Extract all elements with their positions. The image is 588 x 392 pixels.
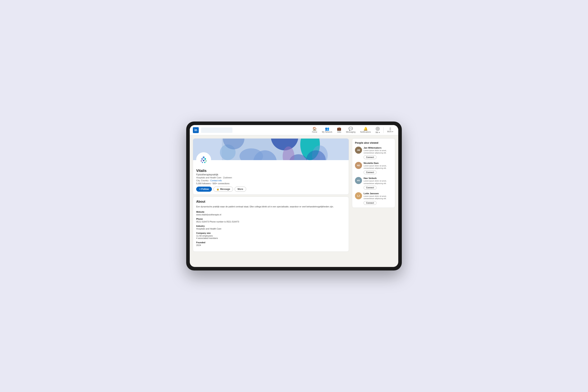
- about-website: Website www.vitalisfysiotherapie.nl: [196, 211, 346, 216]
- svg-point-13: [204, 158, 206, 160]
- profile-location: Hospitals and Health Care · Zuidveen: [196, 176, 346, 179]
- about-founded: Founded 2024: [196, 241, 346, 246]
- jobs-icon: 💼: [337, 127, 341, 130]
- nav-messaging-label: Messaging: [346, 131, 355, 133]
- about-phone-value: 0521-516473 Phone number is 0521-516473: [196, 220, 346, 223]
- profile-city-country: City, Country · Contact info: [196, 179, 346, 182]
- vitalis-logo-svg: [198, 155, 209, 165]
- tablet-screen: in 🏠 Home 👥 My Network 💼 Jobs 💬: [190, 125, 398, 267]
- about-company-size: Company size 11-50 employees 4 associate…: [196, 232, 346, 239]
- svg-point-17: [202, 162, 203, 163]
- nav-work[interactable]: ⣿ Work ▾: [385, 125, 395, 135]
- nav-notifications[interactable]: 🔔 Notifications: [358, 125, 373, 135]
- about-description: Een dynamische praktijk waar de patiënt …: [196, 205, 346, 208]
- svg-point-18: [204, 162, 206, 163]
- tablet-frame: in 🏠 Home 👥 My Network 💼 Jobs 💬: [186, 122, 402, 270]
- more-button[interactable]: More: [234, 186, 246, 192]
- connect-button[interactable]: Connect: [364, 186, 376, 190]
- profile-subtitle: Fyisiotherapiepraktijk: [196, 173, 346, 176]
- profile-info: Vitalis Fyisiotherapiepraktijk Hospitals…: [193, 169, 349, 194]
- notifications-icon: 🔔: [364, 127, 368, 130]
- person-info: Lotte Janssen Lorem ipsum dolor sit amet…: [364, 192, 392, 205]
- about-founded-value: 2024: [196, 244, 346, 246]
- person-name: Lotte Janssen: [364, 192, 392, 195]
- avatar: [376, 126, 380, 131]
- nav-items: 🏠 Home 👥 My Network 💼 Jobs 💬 Messaging 🔔: [310, 125, 395, 135]
- list-item: LJ Lotte Janssen Lorem ipsum dolor sit a…: [355, 192, 392, 205]
- main-content: Vitalis Fyisiotherapiepraktijk Hospitals…: [190, 135, 398, 267]
- person-description: Lorem ipsum dolor sit amet, consectetuer…: [364, 165, 392, 170]
- about-industry: Industry Hospitals and Health Care: [196, 225, 346, 230]
- list-item: HV Han Verkerk Lorem ipsum dolor sit ame…: [355, 177, 392, 190]
- about-associated-members: 4 associated members: [196, 237, 346, 239]
- about-title: About: [196, 200, 346, 204]
- person-info: Jan Wittemakers Lorem ipsum dolor sit am…: [364, 146, 392, 159]
- people-also-viewed-card: People also viewed JW Jan Wittemakers Lo…: [352, 138, 395, 208]
- home-icon: 🏠: [312, 127, 317, 130]
- nav-home[interactable]: 🏠 Home: [310, 125, 319, 135]
- people-also-viewed-title: People also viewed: [355, 141, 392, 144]
- messaging-icon: 💬: [348, 127, 353, 130]
- list-item: JW Jan Wittemakers Lorem ipsum dolor sit…: [355, 146, 392, 159]
- nav-jobs-label: Jobs: [337, 131, 341, 133]
- nav-network-label: My Network: [322, 131, 332, 133]
- about-founded-label: Founded: [196, 241, 346, 244]
- search-input[interactable]: [201, 128, 232, 133]
- nav-home-label: Home: [312, 131, 317, 133]
- about-website-value: www.vitalisfysiotherapie.nl: [196, 214, 346, 216]
- about-phone-label: Phone: [196, 218, 346, 220]
- about-card: About Een dynamische praktijk waar de pa…: [193, 196, 349, 252]
- svg-point-15: [203, 160, 204, 161]
- person-info: Nicolette Dam Lorem ipsum dolor sit amet…: [364, 162, 392, 174]
- nav-work-label: Work ▾: [387, 130, 393, 133]
- svg-point-16: [206, 160, 207, 162]
- connect-button[interactable]: Connect: [364, 170, 376, 174]
- avatar: JW: [355, 146, 362, 154]
- nav-jobs[interactable]: 💼 Jobs: [335, 125, 343, 135]
- nav-me[interactable]: Me ▾: [374, 125, 382, 135]
- connect-button[interactable]: Connect: [364, 156, 376, 159]
- message-button[interactable]: 🔒 Message: [214, 186, 233, 192]
- nav-notifications-label: Notifications: [360, 131, 371, 133]
- profile-avatar: [196, 152, 211, 167]
- list-item: ND Nicolette Dam Lorem ipsum dolor sit a…: [355, 162, 392, 174]
- sidebar: People also viewed JW Jan Wittemakers Lo…: [352, 138, 395, 208]
- connect-button[interactable]: Connect: [364, 201, 376, 205]
- navbar: in 🏠 Home 👥 My Network 💼 Jobs 💬: [190, 125, 398, 135]
- person-description: Lorem ipsum dolor sit amet, consectetuer…: [364, 180, 392, 185]
- avatar: LJ: [355, 192, 362, 199]
- about-company-size-label: Company size: [196, 232, 346, 234]
- follow-button[interactable]: + Follow: [196, 186, 212, 192]
- profile-actions: + Follow 🔒 Message More: [196, 186, 346, 192]
- nav-me-label: Me ▾: [376, 131, 380, 134]
- contact-info-link[interactable]: Contact info: [210, 179, 222, 182]
- person-description: Lorem ipsum dolor sit amet, consectetuer…: [364, 195, 392, 200]
- about-industry-value: Hospitals and Health Care: [196, 228, 346, 230]
- profile-card: Vitalis Fyisiotherapiepraktijk Hospitals…: [193, 138, 349, 195]
- person-name: Han Verkerk: [364, 177, 392, 179]
- network-icon: 👥: [325, 127, 329, 130]
- avatar: ND: [355, 162, 362, 169]
- profile-name: Vitalis: [196, 169, 346, 173]
- nav-my-network[interactable]: 👥 My Network: [320, 125, 334, 135]
- person-name: Jan Wittemakers: [364, 146, 392, 149]
- svg-point-14: [201, 160, 202, 162]
- center-column: Vitalis Fyisiotherapiepraktijk Hospitals…: [193, 138, 349, 252]
- profile-followers: 5,000 followers · 500+ connections: [196, 182, 346, 185]
- nav-messaging[interactable]: 💬 Messaging: [344, 125, 357, 135]
- work-grid-icon: ⣿: [389, 128, 391, 130]
- person-info: Han Verkerk Lorem ipsum dolor sit amet, …: [364, 177, 392, 190]
- linkedin-logo[interactable]: in: [193, 127, 199, 133]
- about-company-size-value: 11-50 employees: [196, 234, 346, 237]
- avatar: HV: [355, 177, 362, 184]
- about-website-label: Website: [196, 211, 346, 213]
- svg-point-11: [203, 156, 204, 158]
- person-name: Nicolette Dam: [364, 162, 392, 164]
- about-industry-label: Industry: [196, 225, 346, 227]
- profile-avatar-wrap: [196, 152, 349, 167]
- person-description: Lorem ipsum dolor sit amet, consectetuer…: [364, 149, 392, 154]
- about-phone: Phone 0521-516473 Phone number is 0521-5…: [196, 218, 346, 223]
- lock-icon: 🔒: [216, 188, 219, 190]
- svg-point-12: [201, 158, 203, 160]
